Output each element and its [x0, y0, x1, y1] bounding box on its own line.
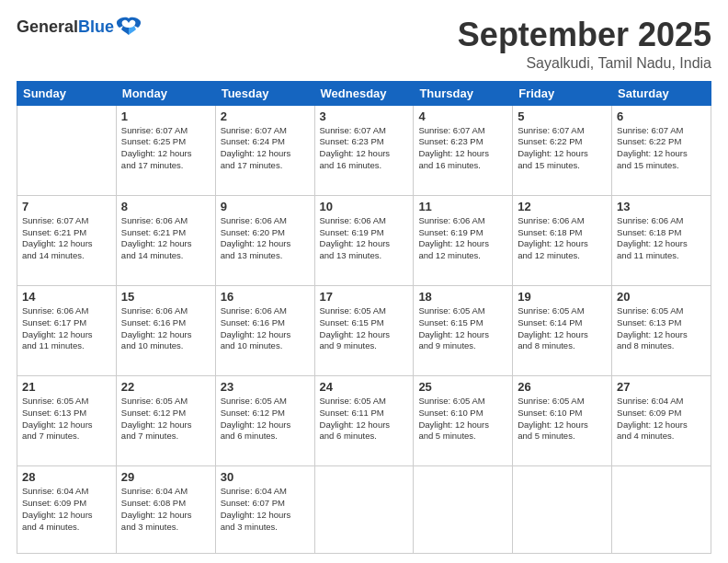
day-number: 9	[221, 200, 310, 213]
table-row: 28Sunrise: 6:04 AM Sunset: 6:09 PM Dayli…	[17, 466, 117, 554]
table-row: 7Sunrise: 6:07 AM Sunset: 6:21 PM Daylig…	[17, 195, 117, 285]
day-info: Sunrise: 6:06 AM Sunset: 6:17 PM Dayligh…	[22, 305, 111, 352]
day-info: Sunrise: 6:05 AM Sunset: 6:10 PM Dayligh…	[518, 396, 607, 442]
day-info: Sunrise: 6:06 AM Sunset: 6:19 PM Dayligh…	[320, 215, 409, 262]
logo: GeneralBlue	[17, 17, 142, 37]
day-info: Sunrise: 6:07 AM Sunset: 6:25 PM Dayligh…	[121, 125, 210, 172]
calendar-week-row: 28Sunrise: 6:04 AM Sunset: 6:09 PM Dayli…	[17, 466, 711, 554]
page: GeneralBlue September 2025 Sayalkudi, Ta…	[0, 0, 728, 563]
table-row	[513, 466, 612, 554]
table-row: 10Sunrise: 6:06 AM Sunset: 6:19 PM Dayli…	[314, 195, 414, 285]
table-row: 24Sunrise: 6:05 AM Sunset: 6:11 PM Dayli…	[314, 376, 414, 466]
day-info: Sunrise: 6:07 AM Sunset: 6:22 PM Dayligh…	[518, 125, 607, 172]
table-row: 21Sunrise: 6:05 AM Sunset: 6:13 PM Dayli…	[17, 376, 117, 466]
header-wednesday: Wednesday	[314, 81, 414, 105]
day-info: Sunrise: 6:05 AM Sunset: 6:13 PM Dayligh…	[22, 396, 111, 442]
logo-general: GeneralBlue	[17, 17, 114, 37]
table-row: 8Sunrise: 6:06 AM Sunset: 6:21 PM Daylig…	[116, 195, 215, 285]
table-row: 29Sunrise: 6:04 AM Sunset: 6:08 PM Dayli…	[116, 466, 215, 554]
day-info: Sunrise: 6:06 AM Sunset: 6:19 PM Dayligh…	[418, 215, 507, 262]
table-row: 20Sunrise: 6:05 AM Sunset: 6:13 PM Dayli…	[612, 285, 711, 375]
day-number: 20	[617, 290, 706, 304]
table-row	[414, 466, 513, 554]
table-row: 17Sunrise: 6:05 AM Sunset: 6:15 PM Dayli…	[314, 285, 414, 375]
day-info: Sunrise: 6:07 AM Sunset: 6:24 PM Dayligh…	[221, 125, 310, 172]
day-number: 26	[518, 380, 607, 394]
day-number: 11	[418, 200, 507, 213]
day-info: Sunrise: 6:07 AM Sunset: 6:23 PM Dayligh…	[320, 125, 409, 172]
table-row: 16Sunrise: 6:06 AM Sunset: 6:16 PM Dayli…	[215, 285, 314, 375]
table-row: 14Sunrise: 6:06 AM Sunset: 6:17 PM Dayli…	[17, 285, 117, 375]
calendar-header-row: Sunday Monday Tuesday Wednesday Thursday…	[17, 81, 711, 105]
table-row: 27Sunrise: 6:04 AM Sunset: 6:09 PM Dayli…	[612, 376, 711, 466]
table-row: 6Sunrise: 6:07 AM Sunset: 6:22 PM Daylig…	[612, 105, 711, 195]
day-info: Sunrise: 6:07 AM Sunset: 6:22 PM Dayligh…	[617, 125, 706, 172]
day-number: 12	[518, 200, 607, 213]
day-info: Sunrise: 6:06 AM Sunset: 6:18 PM Dayligh…	[617, 215, 706, 262]
day-number: 25	[418, 380, 507, 394]
table-row: 26Sunrise: 6:05 AM Sunset: 6:10 PM Dayli…	[513, 376, 612, 466]
table-row	[17, 105, 117, 195]
day-number: 5	[518, 109, 607, 123]
day-info: Sunrise: 6:04 AM Sunset: 6:09 PM Dayligh…	[22, 486, 111, 533]
day-number: 22	[121, 380, 210, 394]
table-row	[612, 466, 711, 554]
table-row: 4Sunrise: 6:07 AM Sunset: 6:23 PM Daylig…	[414, 105, 513, 195]
calendar-week-row: 21Sunrise: 6:05 AM Sunset: 6:13 PM Dayli…	[17, 376, 711, 466]
day-number: 10	[320, 200, 409, 213]
day-number: 30	[221, 470, 310, 484]
table-row: 9Sunrise: 6:06 AM Sunset: 6:20 PM Daylig…	[215, 195, 314, 285]
day-info: Sunrise: 6:05 AM Sunset: 6:13 PM Dayligh…	[617, 305, 706, 352]
day-number: 1	[121, 109, 210, 123]
calendar-table: Sunday Monday Tuesday Wednesday Thursday…	[17, 81, 711, 554]
day-number: 8	[121, 200, 210, 213]
header-thursday: Thursday	[414, 81, 513, 105]
day-info: Sunrise: 6:04 AM Sunset: 6:08 PM Dayligh…	[121, 486, 210, 533]
day-number: 19	[518, 290, 607, 304]
header-monday: Monday	[116, 81, 215, 105]
table-row: 18Sunrise: 6:05 AM Sunset: 6:15 PM Dayli…	[414, 285, 513, 375]
table-row: 1Sunrise: 6:07 AM Sunset: 6:25 PM Daylig…	[116, 105, 215, 195]
day-info: Sunrise: 6:05 AM Sunset: 6:15 PM Dayligh…	[320, 305, 409, 352]
day-info: Sunrise: 6:06 AM Sunset: 6:18 PM Dayligh…	[518, 215, 607, 262]
table-row: 23Sunrise: 6:05 AM Sunset: 6:12 PM Dayli…	[215, 376, 314, 466]
day-info: Sunrise: 6:06 AM Sunset: 6:21 PM Dayligh…	[121, 215, 210, 262]
day-info: Sunrise: 6:04 AM Sunset: 6:07 PM Dayligh…	[221, 486, 310, 533]
header-friday: Friday	[513, 81, 612, 105]
day-number: 29	[121, 470, 210, 484]
table-row: 5Sunrise: 6:07 AM Sunset: 6:22 PM Daylig…	[513, 105, 612, 195]
day-info: Sunrise: 6:05 AM Sunset: 6:10 PM Dayligh…	[418, 396, 507, 442]
table-row: 2Sunrise: 6:07 AM Sunset: 6:24 PM Daylig…	[215, 105, 314, 195]
day-info: Sunrise: 6:05 AM Sunset: 6:12 PM Dayligh…	[121, 396, 210, 442]
day-info: Sunrise: 6:05 AM Sunset: 6:15 PM Dayligh…	[418, 305, 507, 352]
header: GeneralBlue September 2025 Sayalkudi, Ta…	[17, 17, 711, 72]
location-title: Sayalkudi, Tamil Nadu, India	[458, 55, 711, 72]
day-number: 17	[320, 290, 409, 304]
table-row: 12Sunrise: 6:06 AM Sunset: 6:18 PM Dayli…	[513, 195, 612, 285]
header-sunday: Sunday	[17, 81, 117, 105]
title-block: September 2025 Sayalkudi, Tamil Nadu, In…	[458, 17, 711, 72]
table-row: 3Sunrise: 6:07 AM Sunset: 6:23 PM Daylig…	[314, 105, 414, 195]
day-info: Sunrise: 6:07 AM Sunset: 6:23 PM Dayligh…	[418, 125, 507, 172]
day-info: Sunrise: 6:06 AM Sunset: 6:16 PM Dayligh…	[221, 305, 310, 352]
table-row: 11Sunrise: 6:06 AM Sunset: 6:19 PM Dayli…	[414, 195, 513, 285]
day-number: 2	[221, 109, 310, 123]
day-number: 16	[221, 290, 310, 304]
calendar-week-row: 1Sunrise: 6:07 AM Sunset: 6:25 PM Daylig…	[17, 105, 711, 195]
day-info: Sunrise: 6:05 AM Sunset: 6:12 PM Dayligh…	[221, 396, 310, 442]
day-info: Sunrise: 6:04 AM Sunset: 6:09 PM Dayligh…	[617, 396, 706, 442]
calendar-week-row: 14Sunrise: 6:06 AM Sunset: 6:17 PM Dayli…	[17, 285, 711, 375]
table-row: 19Sunrise: 6:05 AM Sunset: 6:14 PM Dayli…	[513, 285, 612, 375]
day-number: 14	[22, 290, 111, 304]
table-row: 15Sunrise: 6:06 AM Sunset: 6:16 PM Dayli…	[116, 285, 215, 375]
day-number: 6	[617, 109, 706, 123]
day-number: 18	[418, 290, 507, 304]
day-number: 23	[221, 380, 310, 394]
day-number: 27	[617, 380, 706, 394]
table-row	[314, 466, 414, 554]
day-number: 13	[617, 200, 706, 213]
header-saturday: Saturday	[612, 81, 711, 105]
day-number: 21	[22, 380, 111, 394]
day-info: Sunrise: 6:07 AM Sunset: 6:21 PM Dayligh…	[22, 215, 111, 262]
day-info: Sunrise: 6:06 AM Sunset: 6:16 PM Dayligh…	[121, 305, 210, 352]
